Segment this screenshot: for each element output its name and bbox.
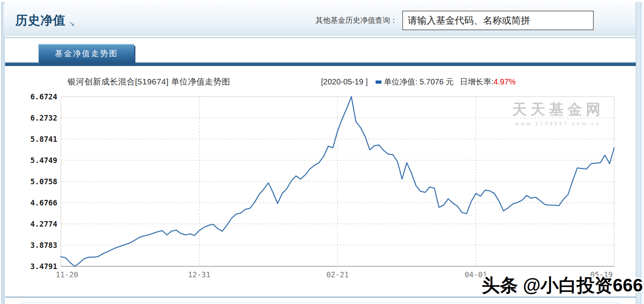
tab-netvalue-trend[interactable]: 基金净值走势图 (38, 44, 134, 63)
page-title: 历史净值↘ (15, 12, 75, 29)
page-header: 历史净值↘ 其他基金历史净值查询： (4, 4, 636, 36)
toutiao-credit-watermark: 头条 @小白投资666 (482, 273, 643, 298)
collapse-arrow-icon[interactable]: ↘ (69, 20, 75, 27)
fund-search-input[interactable] (402, 11, 594, 30)
page-right-edge (641, 2, 644, 304)
legend-growth-label: 日增长率: (460, 77, 494, 87)
page-left-border (1, 2, 5, 304)
page-title-text: 历史净值 (15, 13, 66, 27)
chart-legend: [2020-05-19 ] 单位净值: 5.7076 元 日增长率: 4.97% (321, 77, 516, 87)
fund-search-label: 其他基金历史净值查询： (316, 15, 398, 26)
legend-unit-value: 单位净值: 5.7076 元 (384, 77, 454, 87)
chart-title: 银河创新成长混合[519674] 单位净值走势图 (68, 76, 230, 87)
next-section-top-edge (22, 302, 620, 304)
fund-search-group: 其他基金历史净值查询： (316, 11, 594, 30)
series-marker-icon (376, 81, 381, 84)
tab-row: 基金净值走势图 (5, 38, 636, 62)
page-right-strip (636, 2, 641, 304)
fund-history-page: 历史净值↘ 其他基金历史净值查询： 基金净值走势图 银河创新成长混合[51967… (0, 0, 644, 304)
legend-growth-value: 4.97% (493, 77, 516, 86)
legend-date: [2020-05-19 ] (321, 77, 368, 86)
